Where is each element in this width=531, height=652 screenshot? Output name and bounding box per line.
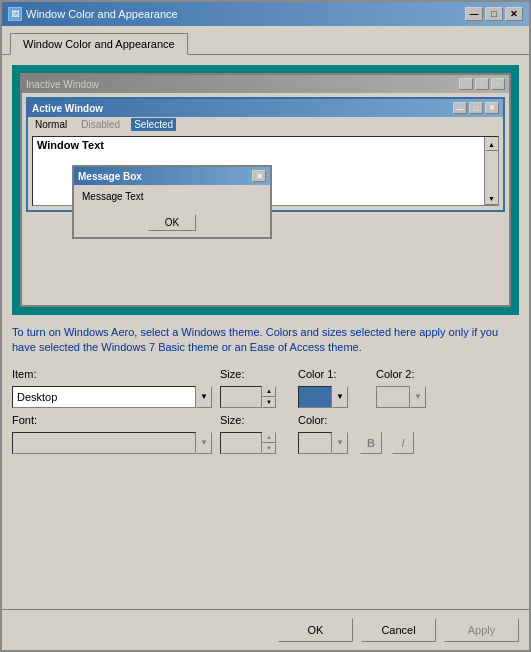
font-size-label: Size: [220,414,290,426]
color1-arrow[interactable]: ▼ [332,386,348,408]
active-window-title: Active Window — □ ✕ [28,99,503,117]
title-bar-left: 🖼 Window Color and Appearance [8,7,178,21]
color1-section: ▼ [298,386,368,408]
color1-label: Color 1: [298,368,368,380]
color2-section: ▼ [376,386,436,408]
active-maximize: □ [469,102,483,114]
tab-window-color[interactable]: Window Color and Appearance [10,33,188,55]
scroll-up[interactable]: ▲ [485,137,499,151]
font-size-spin-buttons: ▲ ▼ [262,432,276,454]
color2-arrow[interactable]: ▼ [410,386,426,408]
message-box-title: Message Box ✕ [74,167,270,185]
title-bar: 🖼 Window Color and Appearance — □ ✕ [2,2,529,26]
size-spin-up[interactable]: ▲ [262,386,276,397]
title-controls: — □ ✕ [465,7,523,21]
size-label-section: Size: [220,368,290,380]
item-select-container: Desktop ▼ [12,386,212,408]
ok-button[interactable]: OK [278,618,353,642]
font-color-label-section: Color: [298,414,348,426]
tab-bar: Window Color and Appearance [2,26,529,55]
menu-item-selected[interactable]: Selected [131,118,176,131]
item-row-labels: Item: Size: Color 1: Color 2: [12,368,519,380]
size-field[interactable] [220,386,262,408]
font-color-button [298,432,332,454]
color2-label-section: Color 2: [376,368,436,380]
inactive-minimize: — [459,78,473,90]
close-button[interactable]: ✕ [505,7,523,21]
maximize-button[interactable]: □ [485,7,503,21]
item-select-value: Desktop [17,391,57,403]
message-title-text: Message Box [78,171,142,182]
font-size-spinner: ▲ ▼ [220,432,290,454]
color2-container: ▼ [376,386,436,408]
font-select-arrow: ▼ [196,432,212,454]
dialog-title: Window Color and Appearance [26,8,178,20]
window-text: Window Text [37,139,104,151]
message-box: Message Box ✕ Message Text OK [72,165,272,239]
color1-button[interactable] [298,386,332,408]
font-color-arrow: ▼ [332,432,348,454]
color1-label-section: Color 1: [298,368,368,380]
preview-area: Inactive Window — □ ✕ Active Window — □ [12,65,519,315]
scroll-down[interactable]: ▼ [485,191,499,205]
message-close-button[interactable]: ✕ [252,170,266,182]
font-size-spin-up: ▲ [262,432,276,443]
message-text: Message Text [82,191,144,202]
inactive-maximize: □ [475,78,489,90]
inactive-title-text: Inactive Window [26,79,99,90]
active-minimize: — [453,102,467,114]
item-row-controls: Desktop ▼ ▲ ▼ [12,386,519,408]
size-spin-down[interactable]: ▼ [262,397,276,408]
cancel-button[interactable]: Cancel [361,618,436,642]
active-close: ✕ [485,102,499,114]
font-size-field [220,432,262,454]
size-spinner: ▲ ▼ [220,386,290,408]
dialog-icon: 🖼 [8,7,22,21]
color2-button[interactable] [376,386,410,408]
size-section: ▲ ▼ [220,386,290,408]
italic-button: I [392,432,414,454]
active-title-controls: — □ ✕ [453,102,499,114]
menu-item-disabled: Disabled [78,118,123,131]
item-select-field[interactable]: Desktop [12,386,196,408]
active-window: Active Window — □ ✕ Normal Disabled Sele… [26,97,505,212]
font-size-spin-down: ▼ [262,443,276,454]
message-buttons: OK [74,208,270,237]
font-row-controls: ▼ ▲ ▼ [12,432,519,454]
size-label: Size: [220,368,290,380]
color2-label: Color 2: [376,368,436,380]
bold-button: B [360,432,382,454]
minimize-button[interactable]: — [465,7,483,21]
description-text: To turn on Windows Aero, select a Window… [12,325,519,356]
inactive-title-controls: — □ ✕ [459,78,505,90]
font-select-field [12,432,196,454]
active-title-text: Active Window [32,103,103,114]
item-label: Item: [12,368,212,380]
font-label-section: Font: [12,414,212,426]
item-select-arrow[interactable]: ▼ [196,386,212,408]
color2-swatch [376,386,410,408]
font-select-container: ▼ [12,432,212,454]
inactive-window-title: Inactive Window — □ ✕ [22,75,509,93]
color1-swatch [298,386,332,408]
message-ok-button[interactable]: OK [148,214,196,231]
vertical-scrollbar[interactable]: ▲ ▼ [484,137,498,205]
font-color-container: ▼ [298,432,348,454]
font-label: Font: [12,414,212,426]
apply-button[interactable]: Apply [444,618,519,642]
font-color-label: Color: [298,414,348,426]
content-area: Inactive Window — □ ✕ Active Window — □ [2,55,529,609]
font-color-swatch [298,432,332,454]
menu-bar: Normal Disabled Selected [28,117,503,132]
inactive-close: ✕ [491,78,505,90]
item-label-section: Item: [12,368,212,380]
font-color-section: ▼ [298,432,348,454]
item-section: Desktop ▼ [12,386,212,408]
message-content: Message Text [74,185,270,208]
font-row-labels: Font: Size: Color: [12,414,519,426]
font-section: ▼ [12,432,212,454]
font-size-label-section: Size: [220,414,290,426]
menu-item-normal[interactable]: Normal [32,118,70,131]
size-spin-buttons: ▲ ▼ [262,386,276,408]
dialog-window: 🖼 Window Color and Appearance — □ ✕ Wind… [0,0,531,652]
